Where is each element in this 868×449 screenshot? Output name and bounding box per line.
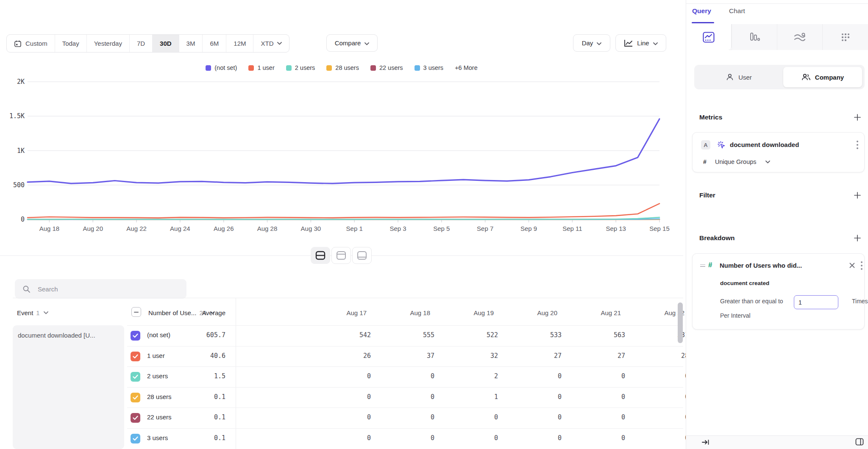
hash-icon: # [708, 261, 712, 269]
check-icon [133, 436, 138, 441]
check-icon [133, 354, 138, 359]
chart-type-button[interactable]: Line [615, 34, 666, 52]
compare-button[interactable]: Compare [326, 34, 378, 52]
range-12m-button[interactable]: 12M [226, 35, 253, 52]
breakdown-card[interactable]: # Number of Users who did... document cr… [692, 253, 865, 330]
range-yesterday-button[interactable]: Yesterday [87, 35, 130, 52]
arrow-to-bar-icon [701, 439, 710, 446]
range-3m-button[interactable]: 3M [179, 35, 203, 52]
check-icon [133, 374, 138, 379]
breakdown-close-button[interactable] [849, 263, 855, 268]
cell-value: 0 [573, 372, 637, 380]
chart-type-grid[interactable] [822, 24, 868, 50]
chart-type-flow[interactable] [777, 24, 822, 50]
series-checkbox[interactable] [131, 372, 140, 382]
cell-value: 0 [510, 372, 573, 380]
x-axis-tick: Sep 7 [477, 225, 493, 232]
metric-event-name[interactable]: document downloaded [730, 141, 799, 148]
toggle-sidebar-button[interactable] [855, 438, 864, 446]
range-xtd-button[interactable]: XTD [253, 35, 289, 52]
layout-split-button[interactable] [311, 247, 330, 264]
breakdown-menu-button[interactable] [860, 261, 863, 271]
breakdown-value-input[interactable] [794, 295, 838, 309]
tab-chart[interactable]: Chart [729, 7, 745, 15]
tab-query[interactable]: Query [692, 7, 711, 15]
collapse-panel-button[interactable] [701, 439, 710, 446]
calendar-icon [14, 40, 22, 47]
series-checkbox[interactable] [131, 434, 140, 443]
user-icon [726, 73, 734, 81]
breakdown-per-interval[interactable]: Per Interval [720, 312, 751, 319]
average-column-header[interactable]: Average [178, 306, 225, 319]
metric-card[interactable]: A document downloaded # Unique Groups [692, 132, 865, 172]
chart-type-bar[interactable] [732, 24, 777, 50]
scope-company-button[interactable]: Company [783, 67, 862, 87]
series-checkbox[interactable] [131, 413, 140, 423]
cell-value: 0 [510, 393, 573, 401]
range-label: 12M [234, 40, 246, 47]
date-column-header[interactable]: Aug 20 [510, 306, 573, 319]
metric-menu-button[interactable] [856, 140, 859, 150]
range-label: Yesterday [94, 40, 122, 47]
date-column-header[interactable]: Aug 18 [383, 306, 446, 319]
y-axis-tick: 2K [17, 78, 25, 86]
date-column-header[interactable]: Aug 19 [446, 306, 510, 319]
series-line[interactable] [28, 119, 659, 183]
cell-value: 555 [383, 331, 446, 339]
split-panel-icon [855, 438, 864, 446]
cell-value: 37 [383, 352, 446, 360]
chart-type-line[interactable] [686, 24, 732, 50]
row-divider [127, 366, 683, 367]
search-input[interactable] [37, 285, 174, 293]
range-30d-button[interactable]: 30D [153, 35, 179, 52]
bar-chart-icon [748, 32, 760, 43]
y-axis-tick: 0 [21, 216, 25, 223]
series-label: (not set) [147, 331, 170, 338]
date-column-header[interactable]: Aug 21 [573, 306, 637, 319]
line-chart[interactable]: 05001K1.5K2KAug 18Aug 20Aug 22Aug 24Aug … [0, 59, 683, 241]
company-icon [801, 73, 811, 81]
series-label: 22 users [147, 413, 172, 421]
layout-top-button[interactable] [331, 247, 351, 264]
add-filter-button[interactable] [854, 191, 861, 199]
compare-label: Compare [335, 39, 361, 47]
cell-value: 0 [510, 413, 573, 421]
series-checkbox[interactable] [131, 393, 140, 402]
range-6m-button[interactable]: 6M [203, 35, 226, 52]
average-value: 0.1 [178, 434, 225, 442]
group-select-all-checkbox[interactable] [131, 307, 141, 317]
date-column-header[interactable]: Aug 17 [319, 306, 383, 319]
add-metric-button[interactable] [854, 114, 861, 121]
cell-value: 0 [446, 413, 510, 421]
layout-bottom-button[interactable] [352, 247, 372, 264]
drag-handle-icon[interactable] [700, 263, 705, 268]
series-checkbox[interactable] [131, 331, 140, 341]
measure-hash: # [703, 158, 707, 165]
range-today-button[interactable]: Today [55, 35, 87, 52]
table-row: 22 users0.1000000 [0, 407, 683, 428]
range-label: 30D [160, 40, 172, 47]
search-bar[interactable] [15, 279, 186, 299]
metrics-heading: Metrics [699, 114, 722, 121]
series-line[interactable] [28, 204, 659, 218]
event-column-header[interactable]: Event 1 [17, 306, 48, 319]
vertical-scrollbar[interactable] [678, 302, 683, 343]
breakdown-event[interactable]: document created [720, 280, 769, 286]
range-7d-button[interactable]: 7D [130, 35, 153, 52]
cell-value: 0 [573, 434, 637, 442]
date-range-group: CustomTodayYesterday7D30D3M6M12MXTD [6, 34, 289, 53]
interval-button[interactable]: Day [573, 34, 610, 52]
chevron-down-icon [765, 161, 770, 164]
event-click-icon [717, 140, 726, 150]
measure-label[interactable]: Unique Groups [715, 158, 757, 165]
series-label: 28 users [147, 393, 172, 400]
series-checkbox[interactable] [131, 352, 140, 361]
chart-type-selector [686, 24, 868, 50]
chart-type-label: Line [637, 39, 649, 47]
add-breakdown-button[interactable] [854, 234, 861, 242]
breakdown-condition[interactable]: Greater than or equal to [720, 298, 783, 305]
cell-value: 26 [319, 352, 383, 360]
range-custom-button[interactable]: Custom [7, 35, 55, 52]
cell-value: 27 [573, 352, 637, 360]
scope-user-button[interactable]: User [698, 67, 780, 87]
